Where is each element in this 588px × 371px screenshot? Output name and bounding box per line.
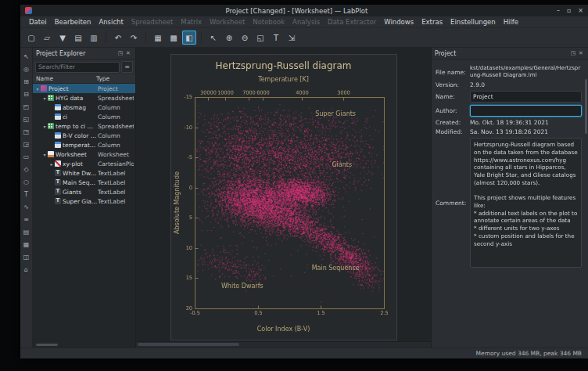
menu-hilfe[interactable]: Hilfe [500,18,522,26]
filter-options-icon[interactable]: ≡ [121,61,133,73]
bottom-axis-label[interactable]: Color Index (B-V) [171,326,396,333]
expand-arrow[interactable]: ▾ [41,152,48,157]
properties-vscrollbar[interactable] [585,79,587,134]
tree-row[interactable]: Main SequenceTextLabel [33,178,135,187]
column-header-type[interactable]: Type [96,75,132,82]
dock-float-icon[interactable]: ◳ [117,50,124,56]
close-button[interactable]: × [578,7,583,14]
undo-button[interactable]: ↶ [111,31,125,45]
split-view-icon[interactable]: ◫ [22,252,31,261]
author-field[interactable] [470,105,582,117]
add-circle-icon[interactable]: ○ [22,177,31,186]
zoom-x-icon[interactable]: ◰ [22,102,31,111]
select-mode-button[interactable]: ↖ [206,31,220,45]
expand-arrow[interactable]: ▸ [48,161,55,167]
zoom-y-icon[interactable]: ◱ [22,114,31,124]
worksheet-page[interactable]: Hertzsprung-Russell diagram Temperature … [170,54,397,340]
zoom-in-button[interactable]: ⊕ [222,31,236,45]
new-project-button[interactable]: ▢ [24,31,38,45]
zoom-select-icon[interactable]: ◳ [22,127,31,136]
menu-datei[interactable]: Datei [25,18,51,26]
save-project-button[interactable]: ▼ [56,31,70,45]
new-worksheet-button[interactable]: ◧ [182,31,196,45]
menu-data-extractor[interactable]: Data Extractor [324,18,380,26]
layout-grid-icon[interactable]: ▦ [22,240,31,249]
tree-row[interactable]: ▾WorksheetWorksheet [33,149,135,159]
column-header-name[interactable]: Name [36,75,96,82]
cursor-icon[interactable]: ↖ [22,52,31,61]
search-input[interactable] [35,62,120,73]
print-button[interactable]: ▤ [71,31,85,45]
left-axis-label[interactable]: Absolute Magnitude [174,97,181,308]
menu-analysis[interactable]: Analysis [289,18,324,26]
plot-annotation[interactable]: Giants [332,161,352,168]
tree-row[interactable]: ▾temp to ci mappingSpreadsheet [33,121,135,131]
expand-arrow[interactable]: ▾ [41,95,48,101]
tree-column-headers[interactable]: Name Type [33,74,135,84]
home-icon[interactable]: ⌂ [22,265,31,274]
plot-annotation[interactable]: Main Sequence [312,264,360,271]
tree-item-name: HYG data [56,95,98,102]
dock-float-icon[interactable]: ◳ [569,50,577,56]
tree-row[interactable]: White DwarfsTextLabel [33,168,135,178]
tree-row[interactable]: absmagColumn [33,103,135,112]
dock-close-icon[interactable]: ✕ [124,50,132,56]
zoom-fit-icon[interactable]: ◲ [22,139,31,149]
main-area: ↖◎⊞⊟◰◱◳◲▭◇○T∿≡▤▦◫⌂ Project Explorer ◳ ✕ … [20,48,588,348]
menu-notebook[interactable]: Notebook [249,18,289,26]
add-shape-icon[interactable]: ◇ [22,164,31,174]
plot-annotation[interactable]: White Dwarfs [221,282,264,289]
add-text-icon[interactable]: T [22,189,31,199]
menu-matrix[interactable]: Matrix [177,18,206,26]
export-button[interactable]: ⇲ [285,31,299,45]
open-project-button[interactable]: ▱ [40,31,54,45]
add-curve-icon[interactable]: ∿ [22,202,31,211]
menu-windows[interactable]: Windows [380,18,418,26]
dock-close-icon[interactable]: ✕ [577,50,585,56]
plot-annotation[interactable]: Super Giants [315,110,356,117]
zoom-out-button[interactable]: ⊖ [238,31,252,45]
worksheet-hscrollbar-thumb[interactable] [138,343,239,346]
titlebar[interactable]: Project [Changed] - [Worksheet] — LabPlo… [20,5,588,16]
redo-button[interactable]: ↷ [127,31,141,45]
desktop: { "window": { "title": "Project [Changed… [0,0,588,371]
crosshair-icon[interactable]: ◎ [22,64,31,74]
comment-field[interactable]: Hertzsprung-Russell diagram based on the… [470,138,582,268]
add-plot-icon[interactable]: ⊞ [22,77,31,86]
hr-plot-canvas[interactable] [171,55,396,340]
zoom-fit-button[interactable]: ◱ [253,31,267,45]
remove-plot-icon[interactable]: ⊟ [22,89,31,99]
menu-bearbeiten[interactable]: Bearbeiten [51,18,95,26]
print-preview-button[interactable]: ▥ [87,31,101,45]
menu-spreadsheet[interactable]: Spreadsheet [127,18,177,26]
expand-arrow[interactable]: ▾ [41,124,48,129]
minimize-button[interactable]: – [557,7,560,14]
modified-value: Sa. Nov. 13 19:18:26 2021 [470,128,582,135]
tree-row[interactable]: B-V color indexColumn [33,131,135,140]
layout-rows-icon[interactable]: ▤ [22,227,31,236]
menu-einstellungen[interactable]: Einstellungen [446,18,500,26]
tree-row[interactable]: ▾ProjectProject [33,84,135,93]
new-spreadsheet-button[interactable]: ▦ [151,31,165,45]
tree-row[interactable]: Super GiantsTextLabel [33,196,135,206]
top-axis-label[interactable]: Temperature [K] [171,76,396,83]
modified-label: Modified: [436,128,470,135]
tree-row[interactable]: GiantsTextLabel [33,187,135,196]
tree-row[interactable]: ▸xy-plotCartesianPlot [33,159,135,168]
menu-worksheet[interactable]: Worksheet [206,18,249,26]
list-icon[interactable]: ≡ [22,214,31,224]
expand-arrow[interactable]: ▾ [34,86,41,92]
tree-row[interactable]: ▾HYG dataSpreadsheet [33,93,135,103]
new-matrix-button[interactable]: ▩ [167,31,181,45]
explorer-hscrollbar[interactable] [36,344,58,346]
plot-title[interactable]: Hertzsprung-Russell diagram [171,60,396,71]
tree-row[interactable]: ciColumn [33,112,135,121]
name-field[interactable] [470,91,582,103]
add-text-label-button[interactable]: T [269,31,283,45]
maximize-button[interactable]: ▫ [567,7,571,14]
menu-extras[interactable]: Extras [418,18,446,26]
add-label-icon[interactable]: ▭ [22,152,31,161]
tree-row[interactable]: temperatureColumn [33,140,135,149]
worksheet-hscrollbar[interactable] [136,341,431,348]
menu-ansicht[interactable]: Ansicht [95,18,127,26]
